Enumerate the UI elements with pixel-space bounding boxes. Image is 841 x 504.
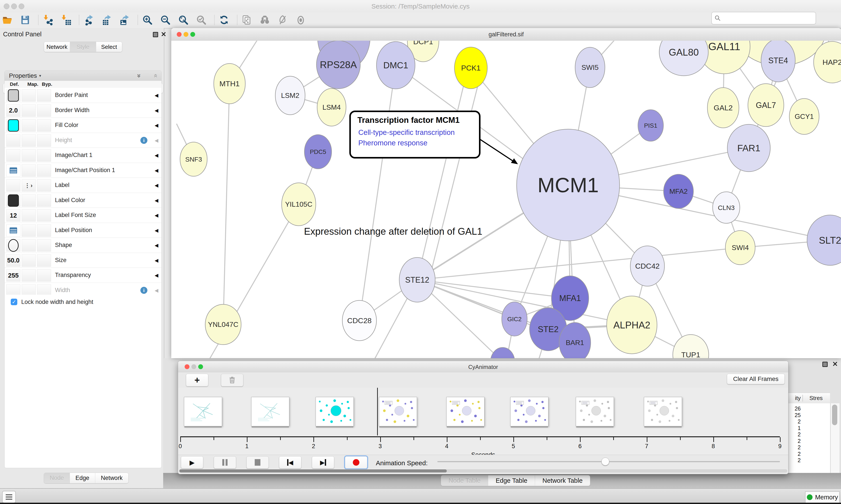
- default-value-cell[interactable]: 12: [6, 209, 20, 221]
- memory-button[interactable]: Memory: [805, 491, 840, 503]
- property-row-label-position[interactable]: Label Position◀: [5, 223, 161, 238]
- default-value-cell[interactable]: [6, 224, 20, 237]
- frame-thumbnail-7[interactable]: [576, 397, 614, 426]
- bypass-cell[interactable]: [37, 239, 51, 252]
- expand-row-arrow-icon[interactable]: ◀: [155, 168, 158, 174]
- table-cell-value[interactable]: 2: [788, 438, 801, 444]
- annotation-box[interactable]: Transcription factor MCM1 Cell-type-spec…: [349, 111, 481, 159]
- frame-thumbnail-5[interactable]: [446, 397, 484, 426]
- mapping-cell[interactable]: [22, 164, 36, 177]
- network-node-cln3[interactable]: CLN3: [713, 192, 740, 223]
- add-frame-button[interactable]: +: [186, 374, 208, 386]
- property-row-height[interactable]: Heighti◀: [5, 133, 161, 148]
- network-edge[interactable]: [417, 248, 740, 280]
- network-node-swi5[interactable]: SWI5: [575, 47, 605, 88]
- network-node-pis1[interactable]: PIS1: [638, 110, 663, 141]
- network-node-rps28a[interactable]: RPS28A: [317, 41, 360, 89]
- expand-row-arrow-icon[interactable]: ◀: [155, 213, 158, 218]
- expand-row-arrow-icon[interactable]: ◀: [155, 152, 158, 158]
- default-value-cell[interactable]: [6, 239, 20, 252]
- tab-node-table[interactable]: Node Table: [441, 475, 488, 486]
- default-value-cell[interactable]: 255: [6, 269, 20, 282]
- expand-row-arrow-icon[interactable]: ◀: [155, 93, 158, 98]
- default-value-cell[interactable]: [6, 119, 20, 131]
- table-cell-value[interactable]: 2: [788, 451, 801, 457]
- network-node-mcm1[interactable]: MCM1: [517, 129, 620, 241]
- info-icon[interactable]: i: [140, 287, 147, 294]
- network-snapshot-icon[interactable]: [241, 14, 253, 26]
- frame-thumbnail-1[interactable]: [184, 397, 222, 426]
- bypass-cell[interactable]: [37, 224, 51, 237]
- network-node-gal2[interactable]: GAL2: [708, 88, 739, 128]
- refresh-layout-icon[interactable]: [218, 14, 230, 26]
- record-button[interactable]: [345, 456, 367, 469]
- mapping-cell[interactable]: [22, 89, 36, 102]
- table-cell-value[interactable]: 2: [788, 444, 801, 451]
- table-cell-value[interactable]: 26: [788, 406, 801, 412]
- play-button[interactable]: ▶: [181, 456, 203, 469]
- automation-panel-button[interactable]: [2, 491, 16, 503]
- default-value-cell[interactable]: 2.0: [6, 105, 20, 117]
- frame-thumbnail-8[interactable]: [644, 397, 682, 426]
- network-node[interactable]: [490, 347, 515, 358]
- network-node-bar1[interactable]: BAR1: [559, 323, 591, 358]
- bypass-cell[interactable]: [37, 194, 51, 207]
- network-node-cdc28[interactable]: CDC28: [342, 300, 376, 341]
- tab-network-bottom[interactable]: Network: [95, 473, 128, 483]
- mapping-cell[interactable]: [22, 269, 36, 282]
- bypass-cell[interactable]: [37, 254, 51, 267]
- network-node-swi4[interactable]: SWI4: [726, 231, 755, 265]
- network-edge[interactable]: [429, 72, 481, 281]
- network-edge[interactable]: [359, 65, 396, 321]
- network-node-pdc5[interactable]: PDC5: [304, 134, 332, 169]
- expand-row-arrow-icon[interactable]: ◀: [155, 288, 158, 293]
- properties-header[interactable]: Properties ▾ » »: [5, 71, 161, 81]
- default-value-cell[interactable]: 50.0: [6, 254, 20, 267]
- delete-frame-button[interactable]: [221, 374, 243, 386]
- network-node-alpha2[interactable]: ALPHA2: [607, 296, 657, 354]
- network-node-mfa2[interactable]: MFA2: [664, 174, 693, 209]
- skip-to-end-button[interactable]: ▶: [312, 456, 334, 469]
- property-row-border-width[interactable]: 2.0Border Width◀: [5, 103, 161, 118]
- bypass-cell[interactable]: [37, 89, 51, 102]
- network-edge[interactable]: [223, 84, 230, 324]
- default-value-cell[interactable]: [6, 194, 20, 207]
- network-node-ste12[interactable]: STE12: [399, 257, 435, 302]
- search-field[interactable]: [711, 12, 816, 24]
- export-table-icon[interactable]: [101, 14, 112, 26]
- tab-edge-table[interactable]: Edge Table: [488, 475, 535, 486]
- bypass-cell[interactable]: [37, 179, 51, 192]
- pause-button[interactable]: [214, 456, 236, 469]
- property-row-fill-color[interactable]: Fill Color◀: [5, 118, 161, 133]
- table-column-stress[interactable]: Stres: [803, 395, 829, 401]
- network-node-snf3[interactable]: SNF3: [180, 142, 207, 176]
- tab-node[interactable]: Node: [44, 473, 70, 483]
- default-value-cell[interactable]: [6, 179, 20, 192]
- export-network-icon[interactable]: [83, 14, 95, 26]
- bypass-cell[interactable]: [37, 209, 51, 221]
- network-node-gal80[interactable]: GAL80: [659, 41, 708, 76]
- speed-slider-handle[interactable]: [602, 457, 609, 466]
- network-node-gcy1[interactable]: GCY1: [789, 98, 819, 134]
- property-row-label-font-size[interactable]: 12Label Font Size◀: [5, 208, 161, 223]
- mapping-cell[interactable]: [22, 239, 36, 252]
- table-cell-value[interactable]: 2: [788, 431, 801, 438]
- annotation-link-1[interactable]: Cell-type-specific transcription: [358, 128, 455, 137]
- bypass-cell[interactable]: [37, 105, 51, 117]
- mapping-cell[interactable]: ⋮›: [22, 179, 36, 192]
- network-canvas[interactable]: GAL11GAL80MCM1ALPHA2FAR1RPS28BRPS28ADCP1…: [171, 41, 841, 358]
- first-neighbors-icon[interactable]: [259, 14, 271, 26]
- network-node-cdc42[interactable]: CDC42: [630, 246, 664, 286]
- table-cell-value[interactable]: 25: [788, 412, 801, 418]
- bypass-cell[interactable]: [37, 164, 51, 177]
- network-node-gic2[interactable]: GIC2: [502, 302, 527, 336]
- bypass-cell[interactable]: [37, 119, 51, 131]
- frame-thumbnail-3[interactable]: [316, 397, 354, 426]
- frame-thumbnail-4[interactable]: [379, 397, 417, 426]
- property-row-border-paint[interactable]: Border Paint◀: [5, 88, 161, 103]
- import-network-icon[interactable]: [42, 14, 54, 26]
- property-row-label[interactable]: ⋮›Label◀: [5, 178, 161, 193]
- table-column-ity[interactable]: ity: [788, 395, 801, 401]
- tab-select[interactable]: Select: [96, 42, 122, 52]
- mapping-cell[interactable]: [22, 254, 36, 267]
